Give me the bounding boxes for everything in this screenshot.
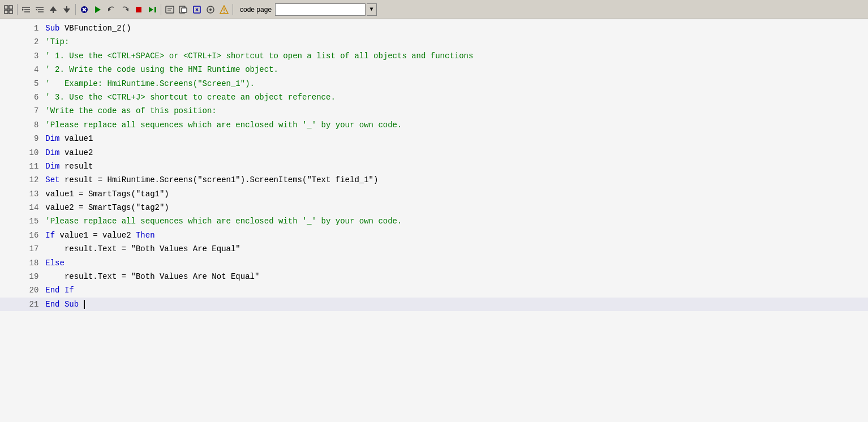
code-token: End [45,300,59,309]
code-line[interactable]: Dim result [43,160,868,173]
run-icon[interactable] [92,3,104,16]
code-token: 'Write the code as of this position: [45,106,216,115]
code-line[interactable]: 'Please replace all sequences which are … [43,118,868,132]
line-number: 2 [0,35,43,49]
sep1 [17,4,18,15]
breakpoint-toggle-icon[interactable] [78,3,91,16]
code-page-label: code page [240,6,272,14]
outdent-icon[interactable] [33,3,46,16]
code-token: ' 2. Write the code using the HMI Runtim… [45,65,278,74]
line-number: 21 [0,298,43,311]
table-row: 11Dim result [0,160,868,173]
line-number: 6 [0,91,43,104]
svg-marker-7 [22,8,24,11]
sep2 [75,4,76,15]
indent-right-icon[interactable] [20,3,32,16]
code-line[interactable]: Else [43,256,868,270]
code-line[interactable]: Set result = HmiRuntime.Screens("screen1… [43,173,868,187]
table-row: 19 result.Text = "Both Values Are Not Eq… [0,270,868,283]
grid-icon[interactable] [2,3,15,16]
code-line[interactable]: ' 1. Use the <CTRL+SPACE> or <CTRL+I> sh… [43,49,868,63]
svg-marker-14 [63,8,70,13]
code-line[interactable]: value2 = SmartTags("tag2") [43,201,868,214]
code-token: End [45,286,59,295]
code-token: ' 1. Use the <CTRL+SPACE> or <CTRL+I> sh… [45,51,473,61]
redo-icon[interactable] [119,3,131,16]
table-row: 3' 1. Use the <CTRL+SPACE> or <CTRL+I> s… [0,49,868,63]
code-line[interactable]: Sub VBFunction_2() [43,21,868,35]
line-number: 3 [0,49,43,63]
code-token [60,286,65,295]
code-line[interactable]: ' 2. Write the code using the HMI Runtim… [43,63,868,76]
code-line[interactable]: Dim value2 [43,146,868,160]
code-token: 'Please replace all sequences which are … [45,120,402,130]
code-line[interactable]: value1 = SmartTags("tag1") [43,187,868,201]
line-number: 8 [0,118,43,132]
tool-c-icon[interactable] [191,3,203,16]
code-line[interactable]: 'Write the code as of this position: [43,104,868,118]
svg-rect-1 [9,6,12,9]
code-token: Then [136,231,155,240]
code-line[interactable]: If value1 = value2 Then [43,229,868,242]
sep3 [161,4,161,15]
stop-icon[interactable] [132,3,145,16]
table-row: 20End If [0,283,868,297]
table-row: 13value1 = SmartTags("tag1") [0,187,868,201]
code-page-input[interactable] [275,3,366,16]
svg-point-34 [209,8,212,11]
code-line[interactable]: Dim value1 [43,132,868,145]
code-token: result.Text = "Both Values Are Equal" [45,244,240,253]
sort-up-icon[interactable] [47,3,59,16]
undo-icon[interactable] [105,3,118,16]
toolbar: code page ▼ [0,0,868,19]
step-icon[interactable] [146,3,158,16]
svg-rect-24 [154,7,156,12]
table-row: 5' Example: HmiRuntime.Screens("Screen_1… [0,77,868,91]
code-token: value1 = SmartTags("tag1") [45,190,169,199]
code-token: Dim [45,148,59,157]
code-line[interactable]: result.Text = "Both Values Are Not Equal… [43,270,868,283]
code-token: Set [45,175,59,184]
code-token: value2 = SmartTags("tag2") [45,203,169,212]
code-line[interactable]: result.Text = "Both Values Are Equal" [43,242,868,256]
code-line[interactable]: End Sub [43,298,868,311]
table-row: 15'Please replace all sequences which ar… [0,214,868,228]
table-row: 6' 3. Use the <CTRL+J> shortcut to creat… [0,91,868,104]
table-row: 21End Sub [0,298,868,311]
tool-b-icon[interactable] [177,3,190,16]
table-row: 2'Tip: [0,35,868,49]
line-number: 5 [0,77,43,91]
tool-e-icon[interactable] [218,3,230,16]
code-token: Else [45,259,65,268]
table-row: 17 result.Text = "Both Values Are Equal" [0,242,868,256]
code-line[interactable]: 'Tip: [43,35,868,49]
svg-rect-2 [5,10,8,14]
line-number: 20 [0,283,43,297]
line-number: 1 [0,21,43,35]
code-page-dropdown-arrow[interactable]: ▼ [367,3,377,16]
sort-down-icon[interactable] [61,3,73,16]
tool-d-icon[interactable] [204,3,217,16]
code-token: 'Tip: [45,37,69,46]
line-number: 7 [0,104,43,118]
code-token: value1 [60,134,93,143]
code-line[interactable]: ' Example: HmiRuntime.Screens("Screen_1"… [43,77,868,91]
svg-point-37 [224,12,225,13]
code-token: 'Please replace all sequences which are … [45,217,402,226]
svg-rect-0 [5,6,8,9]
code-editor[interactable]: 1Sub VBFunction_2()2'Tip:3' 1. Use the <… [0,21,868,311]
code-token: Dim [45,134,59,143]
code-line[interactable]: 'Please replace all sequences which are … [43,214,868,228]
code-token: Sub [65,300,79,309]
line-number: 10 [0,146,43,160]
svg-rect-3 [9,10,12,14]
table-row: 4' 2. Write the code using the HMI Runti… [0,63,868,76]
code-line[interactable]: End If [43,283,868,297]
line-number: 11 [0,160,43,173]
table-row: 14value2 = SmartTags("tag2") [0,201,868,214]
code-line[interactable]: ' 3. Use the <CTRL+J> shortcut to create… [43,91,868,104]
table-row: 9Dim value1 [0,132,868,145]
line-number: 17 [0,242,43,256]
tool-a-icon[interactable] [164,3,176,16]
svg-rect-29 [182,8,187,12]
